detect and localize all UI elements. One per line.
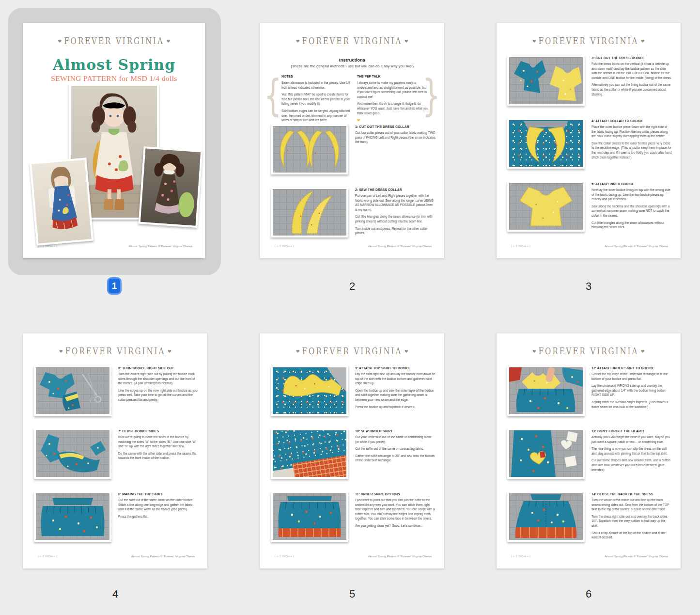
step-7: 7: CLOSE BODICE SIDES Now we're going to… — [118, 429, 199, 463]
brand-header: ❤FOREVER VIRGINIA❤ — [23, 36, 205, 47]
page-number-4[interactable]: 4 — [23, 588, 207, 600]
inch-ruler: | <-1 INCH-> | — [275, 245, 294, 248]
photo-bodice-pieces — [507, 55, 585, 106]
turn-bodice-illustration — [36, 367, 109, 414]
step-paragraph: Now lay the inner bodice lining on top w… — [591, 188, 672, 202]
page-thumbnail-3[interactable]: ❤FOREVER VIRGINIA❤ 3: CUT OUT THE DRESS … — [497, 23, 681, 258]
step-paragraph: Are you getting ideas yet? Good. Let's c… — [355, 523, 436, 528]
page-thumbnail-4[interactable]: ❤FOREVER VIRGINIA❤ 6: TURN BODICE RIGHT … — [23, 333, 207, 568]
step-paragraph: Fold the dress fabric on the vertical (i… — [591, 62, 672, 80]
page-thumbnail-5[interactable]: ❤FOREVER VIRGINIA❤ 9: ATTACH TOP SKIRT T… — [260, 333, 444, 568]
peptalk-heading: THE PEP TALK — [357, 75, 429, 78]
notes-column: NOTES Seam allowance is included in the … — [281, 75, 353, 125]
copyright-line: Almost Spring Pattern © 'Forever' Virgin… — [131, 555, 195, 558]
peptalk-column: THE PEP TALK I always strive to make my … — [357, 75, 429, 126]
page-number-6[interactable]: 6 — [497, 588, 681, 600]
inch-ruler: | <-1 INCH-> | — [511, 555, 530, 558]
step-paragraph: Do the same with the other side and pres… — [118, 451, 199, 460]
doll-brown-dress-illustration — [140, 148, 201, 226]
step-1: 1: CUT OUT THE DRESS COLLAR Cut four col… — [355, 125, 436, 147]
photo-underskirt-ruffle — [271, 428, 348, 479]
step-paragraph: Cut little triangles along the seam allo… — [355, 214, 436, 223]
copyright-line: Almost Spring Pattern © 'Forever' Virgin… — [605, 555, 668, 558]
step-paragraph: Sew the collar pieces to the outer bodic… — [591, 141, 672, 159]
page-footer: | <-1 INCH-> | Almost Spring Pattern © '… — [260, 555, 444, 562]
heart-icon: ❤ — [294, 348, 302, 354]
step-paragraph: Cut your underskirt out of the same or c… — [355, 435, 436, 444]
photo-dress-back — [507, 491, 585, 542]
step-12: 12: ATTACH UNDER SKIRT TO BODICE Gather … — [591, 366, 672, 411]
doll-blue-dress-illustration — [31, 160, 92, 244]
page-number-2[interactable]: 2 — [260, 280, 444, 293]
underskirt-to-bodice-illustration — [509, 367, 583, 414]
step-paragraph: Sew along the neckline and the shoulder … — [591, 204, 672, 218]
photo-underskirt-assembled — [271, 491, 348, 542]
step-paragraph: Actually you CAN forget the heart if you… — [591, 435, 672, 444]
step-heading: 6: TURN BODICE RIGHT SIDE OUT — [118, 366, 199, 370]
brace-left: { — [264, 70, 282, 121]
selected-page-badge[interactable]: 1 — [107, 277, 122, 295]
page-thumbnail-1[interactable]: ❤FOREVER VIRGINIA❤ Almost Spring SEWING … — [23, 23, 205, 258]
step-paragraph: Place the outer bodice piece down with t… — [591, 125, 672, 139]
step-heading: 2: SEW THE DRESS COLLAR — [355, 188, 436, 191]
step-heading: 4: ATTACH COLLAR TO BODICE — [591, 119, 672, 123]
step-13: 13: DON'T FORGET THE HEART! Actually you… — [591, 429, 672, 474]
copyright-line: Almost Spring Pattern © 'Forever' Virgin… — [368, 555, 432, 558]
brand-header: ❤FOREVER VIRGINIA❤ — [497, 346, 681, 357]
step-heading: 9: ATTACH TOP SKIRT TO BODICE — [355, 366, 436, 370]
heart-icon: ❤ — [638, 38, 647, 44]
page-footer: | <-1 INCH-> | Almost Spring Pattern © '… — [23, 245, 205, 252]
copyright-line: Almost Spring Pattern © 'Forever' Virgin… — [605, 245, 668, 248]
step-paragraph: Press the bodice up and topstitch if des… — [355, 405, 436, 410]
step-heading: 12: ATTACH UNDER SKIRT TO BODICE — [591, 366, 672, 370]
step-paragraph: I just want to point out that you can jo… — [355, 498, 436, 521]
step-14: 14: CLOSE THE BACK OF THE DRESS Turn the… — [591, 492, 672, 542]
step-paragraph: Open the bodice up and sew the outer lay… — [355, 388, 436, 402]
step-paragraph: Turn the whole dress inside out and line… — [591, 498, 672, 512]
page-number-5[interactable]: 5 — [260, 588, 444, 600]
brand-header: ❤FOREVER VIRGINIA❤ — [260, 36, 444, 47]
photo-collar-on-bodice — [507, 118, 585, 169]
photo-doll-blue-dress — [30, 158, 94, 246]
page-footer: | <-1 INCH-> | Almost Spring Pattern © '… — [23, 555, 207, 562]
step-10: 10: SEW UNDER SKIRT Cut your underskirt … — [355, 429, 436, 465]
step-heading: 11: UNDER SKIRT OPTIONS — [355, 492, 436, 496]
step-paragraph: Gather the top edge of the underskirt re… — [591, 372, 672, 381]
step-paragraph: Cut the skirt out of the same fabric as … — [118, 498, 199, 512]
page-footer: | <-1 INCH-> | Almost Spring Pattern © '… — [260, 245, 444, 252]
photo-inner-bodice — [507, 181, 585, 232]
heart-icon: ❤ — [638, 348, 647, 354]
thumbnail-grid: 1 2 3 4 5 6 ❤FOREVER VIRGINIA❤ Almost Sp… — [0, 0, 700, 615]
step-paragraph: Cut the ruffle out of the same or contra… — [355, 446, 436, 451]
page-number-3[interactable]: 3 — [497, 280, 681, 293]
step-heading: 7: CLOSE BODICE SIDES — [118, 429, 199, 433]
step-paragraph: The nice thing is now you can slip the d… — [591, 446, 672, 456]
step-heading: 8: MAKING THE TOP SKIRT — [118, 492, 199, 496]
step-paragraph: Alternatively you can cut the lining bod… — [591, 82, 672, 96]
notes-paragraph: Yes, this pattern MAY be used to create … — [281, 92, 353, 106]
brand-header: ❤FOREVER VIRGINIA❤ — [23, 346, 207, 357]
heart-applique-illustration — [509, 430, 583, 477]
photo-underskirt-to-bodice — [507, 365, 585, 416]
step-5: 5: ATTACH INNER BODICE Now lay the inner… — [591, 182, 672, 232]
page-thumbnail-2[interactable]: ❤FOREVER VIRGINIA❤ Instructions (These a… — [260, 23, 444, 258]
page-thumbnail-6[interactable]: ❤FOREVER VIRGINIA❤ 12: — [497, 333, 681, 568]
instructions-title: Instructions — [260, 57, 444, 63]
inch-ruler: | <-1 INCH-> | — [511, 245, 530, 248]
notes-paragraph: Seam allowance is included in the pieces… — [281, 80, 353, 90]
heart-icon: ❤ — [530, 348, 539, 354]
peptalk-paragraph: I always strive to make my patterns easy… — [357, 80, 429, 99]
photo-gathered-top-skirt — [34, 491, 111, 542]
photo-turn-bodice — [34, 365, 111, 416]
copyright-line: Almost Spring Pattern © 'Forever' Virgin… — [368, 245, 432, 248]
step-paragraph: Now we're going to close the sides of th… — [118, 435, 199, 449]
notes-paragraph: Skirt bottom edges can be serged, zigzag… — [281, 109, 353, 123]
step-3: 3: CUT OUT THE DRESS BODICE Fold the dre… — [591, 56, 672, 99]
photo-heart-applique — [507, 428, 585, 479]
step-paragraph: Lay the skirt right side up and lay the … — [355, 372, 436, 386]
inner-bodice-illustration — [509, 183, 583, 230]
cover-title: Almost Spring — [23, 56, 205, 73]
step-paragraph: Line the edges up on the now right side … — [118, 388, 199, 402]
brand-header: ❤FOREVER VIRGINIA❤ — [260, 346, 444, 357]
heart-icon: ❤ — [57, 348, 65, 354]
